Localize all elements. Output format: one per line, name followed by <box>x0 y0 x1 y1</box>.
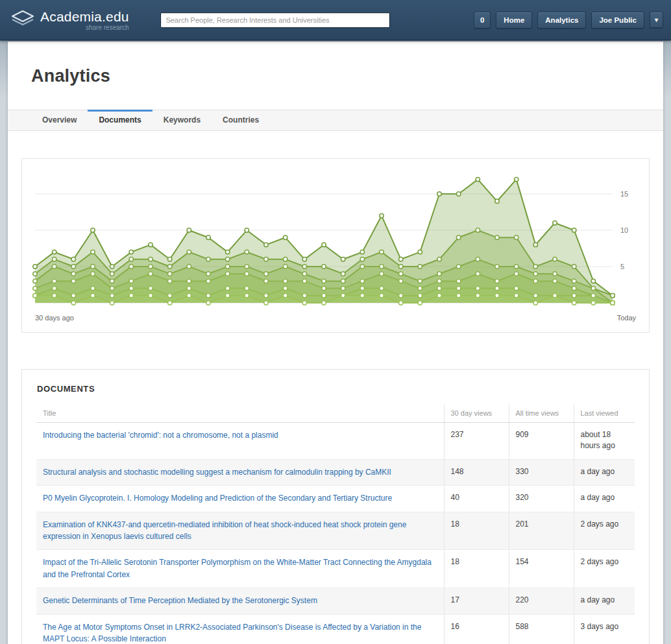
views-all-time-cell: 154 <box>509 550 574 588</box>
main-content-card: Analytics OverviewDocumentsKeywordsCount… <box>8 42 663 644</box>
views-30-cell: 16 <box>444 614 509 644</box>
document-row: Introducing the bacterial 'chromid': not… <box>36 423 635 460</box>
document-title-link[interactable]: Examination of KNK437-and quercetin-medi… <box>43 520 406 541</box>
last-viewed-cell: a day ago <box>574 486 635 512</box>
tab-countries[interactable]: Countries <box>212 110 270 130</box>
column-header-all-time-views: All time views <box>509 404 574 423</box>
views-all-time-cell: 909 <box>509 423 574 460</box>
user-button[interactable]: Joe Public <box>591 12 644 29</box>
document-row: Impact of the Tri-Allelic Serotonin Tran… <box>36 550 635 588</box>
document-row: The Age at Motor Symptoms Onset in LRRK2… <box>36 614 635 644</box>
document-row: Genetic Determinants of Time Perception … <box>36 588 635 614</box>
user-menu-dropdown-button[interactable]: ▾ <box>650 12 663 28</box>
notifications-count-button[interactable]: 0 <box>474 12 491 29</box>
document-title-link[interactable]: P0 Myelin Glycoprotein. I. Homology Mode… <box>43 494 392 503</box>
views-chart-svg: 51015 <box>30 169 640 309</box>
analytics-button[interactable]: Analytics <box>537 12 586 29</box>
document-title-cell: Introducing the bacterial 'chromid': not… <box>36 423 444 460</box>
last-viewed-cell: 2 days ago <box>574 550 635 588</box>
views-all-time-cell: 588 <box>509 614 574 644</box>
document-title-cell: P0 Myelin Glycoprotein. I. Homology Mode… <box>36 486 444 512</box>
document-title-cell: Structural analysis and stochastic model… <box>36 459 444 485</box>
document-title-link[interactable]: Genetic Determinants of Time Perception … <box>43 596 317 605</box>
document-title-link[interactable]: Impact of the Tri-Allelic Serotonin Tran… <box>43 558 432 578</box>
last-viewed-cell: 2 days ago <box>574 512 635 550</box>
views-all-time-cell: 320 <box>509 486 574 512</box>
chart-x-axis: 30 days ago Today <box>30 311 641 327</box>
documents-table: Title30 day viewsAll time viewsLast view… <box>36 404 635 644</box>
document-row: Structural analysis and stochastic model… <box>36 459 635 485</box>
chevron-down-icon: ▾ <box>655 16 658 23</box>
svg-text:10: 10 <box>620 226 628 234</box>
x-axis-end-label: Today <box>617 314 636 322</box>
svg-text:5: 5 <box>620 263 624 270</box>
documents-table-header: Title30 day viewsAll time viewsLast view… <box>36 404 635 423</box>
views-30-cell: 18 <box>444 512 509 550</box>
last-viewed-cell: a day ago <box>574 588 635 614</box>
tab-keywords[interactable]: Keywords <box>152 110 212 130</box>
document-row: P0 Myelin Glycoprotein. I. Homology Mode… <box>36 486 635 512</box>
column-header-30-day-views: 30 day views <box>444 404 509 423</box>
documents-panel: DOCUMENTS Title30 day viewsAll time view… <box>21 369 650 644</box>
views-all-time-cell: 330 <box>509 459 574 485</box>
x-axis-start-label: 30 days ago <box>35 314 74 322</box>
brand-tagline: share research <box>86 24 129 31</box>
document-title-cell: Examination of KNK437-and quercetin-medi… <box>36 512 444 550</box>
document-title-link[interactable]: Introducing the bacterial 'chromid': not… <box>43 431 278 440</box>
document-title-cell: Genetic Determinants of Time Perception … <box>36 588 444 614</box>
tab-documents[interactable]: Documents <box>88 110 152 130</box>
tab-overview[interactable]: Overview <box>31 110 88 130</box>
column-header-title: Title <box>36 404 444 423</box>
last-viewed-cell: 3 days ago <box>574 614 635 644</box>
documents-heading: DOCUMENTS <box>37 384 635 394</box>
views-30-cell: 148 <box>444 459 509 485</box>
top-nav-buttons: 0 Home Analytics Joe Public ▾ <box>474 12 663 29</box>
column-header-last-viewed: Last viewed <box>574 404 635 423</box>
views-all-time-cell: 220 <box>509 588 574 614</box>
svg-text:15: 15 <box>620 190 628 198</box>
document-title-cell: The Age at Motor Symptoms Onset in LRRK2… <box>36 614 444 644</box>
views-all-time-cell: 201 <box>509 512 574 550</box>
last-viewed-cell: a day ago <box>574 459 635 485</box>
top-navbar: Academia.edu share research 0 Home Analy… <box>0 0 671 40</box>
document-title-cell: Impact of the Tri-Allelic Serotonin Tran… <box>36 550 444 588</box>
home-button[interactable]: Home <box>496 12 532 29</box>
views-30-cell: 17 <box>444 588 509 614</box>
views-chart-panel: 51015 30 days ago Today <box>21 158 650 333</box>
document-title-link[interactable]: Structural analysis and stochastic model… <box>43 468 391 477</box>
analytics-tab-bar: OverviewDocumentsKeywordsCountries <box>8 110 663 131</box>
document-row: Examination of KNK437-and quercetin-medi… <box>36 512 635 550</box>
views-30-cell: 40 <box>444 486 509 512</box>
search-input[interactable] <box>160 12 390 28</box>
brand-home-link[interactable]: Academia.edu share research <box>10 9 129 31</box>
views-30-cell: 18 <box>444 550 509 588</box>
views-area-chart: 51015 <box>30 169 641 311</box>
page-title: Analytics <box>8 42 663 86</box>
last-viewed-cell: about 18 hours ago <box>574 423 635 460</box>
academia-logo-icon <box>10 9 35 31</box>
brand-wordmark: Academia.edu <box>40 9 129 25</box>
views-30-cell: 237 <box>444 423 509 460</box>
document-title-link[interactable]: The Age at Motor Symptoms Onset in LRRK2… <box>43 623 421 643</box>
